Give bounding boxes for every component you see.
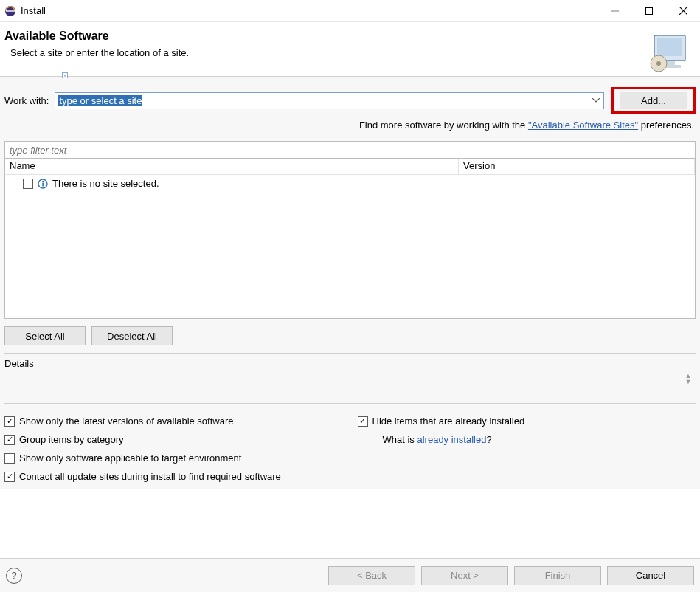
details-scroll-icon[interactable]: ▲▼ xyxy=(684,373,693,385)
options-grid: ✓ Show only the latest versions of avail… xyxy=(4,404,696,489)
cancel-button[interactable]: Cancel xyxy=(607,566,694,585)
window-title: Install xyxy=(21,5,46,16)
chevron-down-icon[interactable] xyxy=(589,93,603,109)
context-hint-icon: ▫ xyxy=(62,72,68,78)
svg-rect-3 xyxy=(646,7,653,14)
header-title: Available Software xyxy=(4,30,691,43)
details-section: Details ▲▼ xyxy=(4,353,696,404)
work-with-label: Work with: xyxy=(4,95,49,106)
work-with-combo[interactable]: type or select a site xyxy=(55,92,604,109)
close-button[interactable] xyxy=(666,0,700,22)
tree-empty-text: There is no site selected. xyxy=(52,178,159,189)
checkbox-icon[interactable]: ✓ xyxy=(358,416,368,427)
add-button[interactable]: Add... xyxy=(620,92,687,109)
option-group-category[interactable]: ✓ Group items by category xyxy=(4,434,343,445)
details-label: Details xyxy=(4,354,696,403)
next-button[interactable]: Next > xyxy=(421,566,508,585)
help-button[interactable]: ? xyxy=(6,568,22,584)
minimize-button[interactable] xyxy=(598,0,632,22)
header-subtitle: Select a site or enter the location of a… xyxy=(10,47,691,58)
option-target-env[interactable]: Show only software applicable to target … xyxy=(4,452,343,464)
column-version[interactable]: Version xyxy=(459,159,695,174)
select-all-button[interactable]: Select All xyxy=(4,326,86,345)
info-icon xyxy=(38,179,48,189)
selection-buttons: Select All Deselect All xyxy=(4,319,696,353)
deselect-all-button[interactable]: Deselect All xyxy=(91,326,173,345)
filter-input[interactable] xyxy=(4,141,696,159)
option-hide-installed[interactable]: ✓ Hide items that are already installed xyxy=(358,416,696,427)
already-installed-link[interactable]: already installed xyxy=(417,434,486,445)
dialog-header: Available Software Select a site or ente… xyxy=(0,22,700,77)
titlebar: Install xyxy=(0,0,700,22)
checkbox-icon[interactable] xyxy=(4,453,15,464)
tree-row-checkbox[interactable] xyxy=(23,179,33,189)
install-wizard-icon xyxy=(645,31,693,78)
tree-empty-row: There is no site selected. xyxy=(5,175,695,192)
eclipse-icon xyxy=(4,5,16,17)
svg-rect-7 xyxy=(657,38,682,56)
work-with-selected-text: type or select a site xyxy=(58,95,142,106)
finish-button[interactable]: Finish xyxy=(514,566,601,585)
option-latest-versions[interactable]: ✓ Show only the latest versions of avail… xyxy=(4,416,343,427)
svg-rect-13 xyxy=(42,182,44,186)
available-sites-link[interactable]: "Available Software Sites" xyxy=(528,120,638,131)
svg-rect-1 xyxy=(6,10,15,11)
option-contact-sites[interactable]: ✓ Contact all update sites during instal… xyxy=(4,471,696,482)
maximize-button[interactable] xyxy=(632,0,666,22)
work-with-input[interactable]: type or select a site xyxy=(55,95,589,106)
dialog-footer: ? < Back Next > Finish Cancel xyxy=(0,558,700,592)
svg-point-11 xyxy=(656,61,661,66)
checkbox-icon[interactable]: ✓ xyxy=(4,435,15,445)
add-button-highlight: Add... xyxy=(611,87,696,114)
checkbox-icon[interactable]: ✓ xyxy=(4,472,15,482)
tree-header: Name Version xyxy=(5,159,695,175)
svg-rect-14 xyxy=(42,181,44,182)
find-more-text: Find more software by working with the "… xyxy=(4,118,696,141)
back-button[interactable]: < Back xyxy=(328,566,415,585)
work-with-row: ▫ Work with: type or select a site Add..… xyxy=(4,77,696,118)
column-name[interactable]: Name xyxy=(5,159,459,174)
software-tree[interactable]: Name Version There is no site selected. xyxy=(4,158,696,319)
checkbox-icon[interactable]: ✓ xyxy=(4,416,15,427)
what-is-installed: What is already installed? xyxy=(358,434,696,445)
